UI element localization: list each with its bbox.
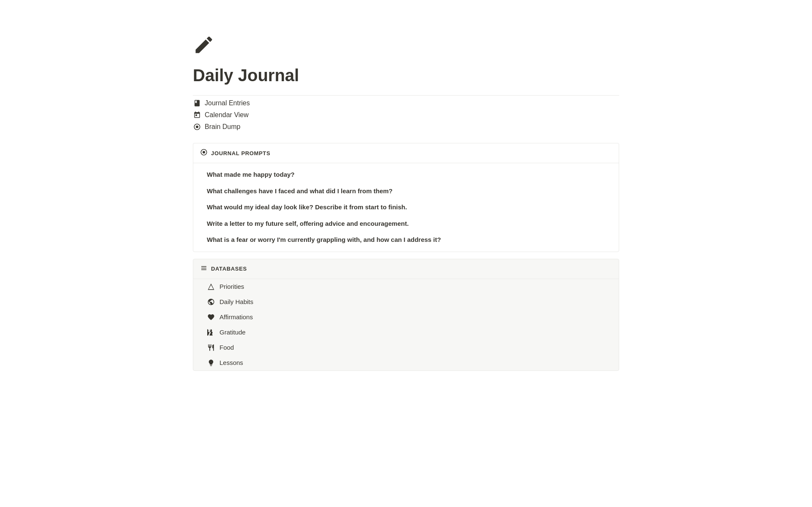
prompt-item-1: What made me happy today? [193, 167, 619, 183]
databases-label: DATABASES [211, 266, 247, 272]
db-item-priorities[interactable]: Priorities [193, 279, 619, 294]
databases-section: DATABASES Priorities Daily Habits [193, 259, 619, 371]
nav-item-journal-entries[interactable]: Journal Entries [193, 97, 619, 109]
db-item-gratitude[interactable]: Gratitude [193, 325, 619, 340]
journal-prompts-header: JOURNAL PROMPTS [193, 143, 619, 163]
databases-header: DATABASES [193, 259, 619, 279]
journal-prompts-section: JOURNAL PROMPTS What made me happy today… [193, 143, 619, 252]
svg-point-0 [196, 126, 198, 128]
heart-icon [207, 313, 215, 321]
top-divider [193, 95, 619, 96]
db-item-affirmations[interactable]: Affirmations [193, 310, 619, 325]
prompt-item-2: What challenges have I faced and what di… [193, 183, 619, 200]
nav-item-brain-dump[interactable]: Brain Dump [193, 121, 619, 133]
db-label-daily-habits: Daily Habits [219, 298, 253, 305]
db-label-priorities: Priorities [219, 283, 244, 290]
databases-icon [200, 264, 208, 274]
db-item-daily-habits[interactable]: Daily Habits [193, 294, 619, 310]
db-item-food[interactable]: Food [193, 340, 619, 355]
nav-links: Journal Entries Calendar View Brain Dump [193, 97, 619, 133]
databases-body: Priorities Daily Habits Affirmations [193, 279, 619, 370]
page-container: Daily Journal Journal Entries Calendar V… [152, 0, 660, 405]
triangle-icon [207, 282, 215, 291]
brain-icon [193, 123, 201, 131]
journal-prompts-label: JOURNAL PROMPTS [211, 150, 270, 156]
page-title: Daily Journal [193, 66, 619, 85]
prompt-item-5: What is a fear or worry I'm currently gr… [193, 232, 619, 248]
nav-item-calendar-view[interactable]: Calendar View [193, 109, 619, 121]
clover-icon [207, 328, 215, 337]
food-icon [207, 343, 215, 352]
page-icon [193, 34, 619, 59]
db-label-affirmations: Affirmations [219, 313, 253, 321]
nav-label-calendar-view: Calendar View [205, 111, 249, 119]
prompt-item-3: What would my ideal day look like? Descr… [193, 199, 619, 216]
db-label-gratitude: Gratitude [219, 329, 246, 336]
db-label-food: Food [219, 344, 234, 351]
lightbulb-icon [207, 359, 215, 367]
journal-prompts-body: What made me happy today? What challenge… [193, 163, 619, 252]
svg-point-1 [203, 151, 205, 153]
nav-label-brain-dump: Brain Dump [205, 123, 240, 131]
db-label-lessons: Lessons [219, 359, 243, 366]
nav-label-journal-entries: Journal Entries [205, 99, 250, 107]
globe-icon [207, 298, 215, 306]
book-icon [193, 99, 201, 107]
prompt-item-4: Write a letter to my future self, offeri… [193, 216, 619, 232]
db-item-lessons[interactable]: Lessons [193, 355, 619, 370]
calendar-icon [193, 111, 201, 119]
prompts-icon [200, 148, 208, 158]
